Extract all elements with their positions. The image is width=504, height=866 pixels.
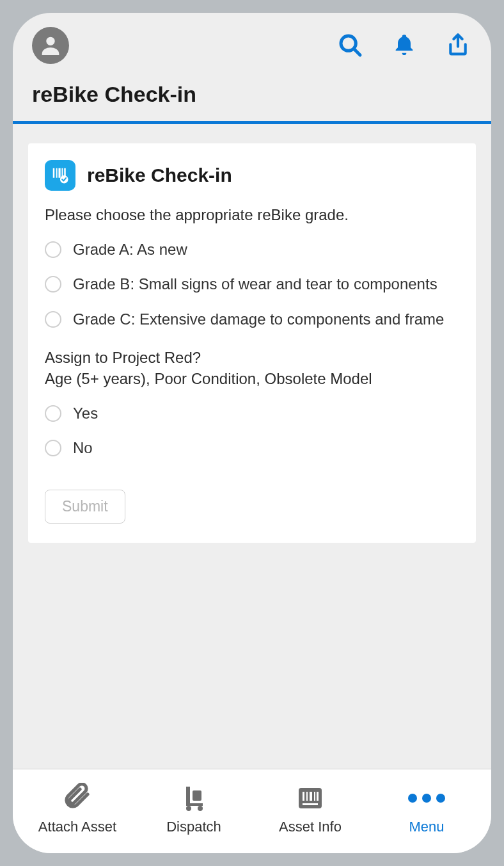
share-icon (445, 33, 471, 58)
option-label: Grade C: Extensive damage to components … (73, 309, 444, 330)
search-button[interactable] (336, 31, 365, 60)
radio-icon (45, 276, 61, 293)
option-label: No (73, 438, 93, 458)
top-bar (13, 13, 491, 70)
nav-label: Menu (409, 819, 444, 835)
assign-option-no[interactable]: No (45, 438, 459, 458)
notifications-button[interactable] (390, 31, 418, 60)
radio-icon (45, 405, 61, 422)
svg-point-0 (46, 37, 54, 45)
nav-label: Dispatch (166, 819, 221, 835)
card-header: reBike Check-in (45, 160, 459, 191)
nav-dispatch[interactable]: Dispatch (136, 783, 252, 835)
assign-prompt-line2: Age (5+ years), Poor Condition, Obsolete… (45, 370, 372, 387)
card-title: reBike Check-in (87, 164, 232, 186)
page-title: reBike Check-in (13, 70, 491, 121)
svg-rect-3 (53, 168, 55, 178)
grade-prompt: Please choose the appropriate reBike gra… (45, 206, 459, 224)
bottom-nav: Attach Asset Dispatch (13, 769, 491, 853)
grade-option-b[interactable]: Grade B: Small signs of wear and tear to… (45, 274, 459, 294)
container-barcode-icon (295, 783, 326, 814)
radio-icon (45, 440, 61, 456)
assign-option-yes[interactable]: Yes (45, 403, 459, 424)
assign-prompt: Assign to Project Red? Age (5+ years), P… (45, 348, 459, 389)
share-button[interactable] (444, 31, 472, 60)
svg-rect-14 (306, 792, 308, 801)
grade-option-c[interactable]: Grade C: Extensive damage to components … (45, 309, 459, 330)
option-label: Grade B: Small signs of wear and tear to… (73, 274, 437, 294)
svg-point-10 (186, 806, 191, 811)
content-area: reBike Check-in Please choose the approp… (13, 124, 491, 769)
top-actions (336, 31, 472, 60)
app-frame: reBike Check-in (13, 13, 491, 853)
svg-rect-16 (314, 792, 315, 801)
svg-rect-17 (317, 792, 319, 801)
bell-icon (391, 33, 417, 58)
grade-option-a[interactable]: Grade A: As new (45, 239, 459, 260)
assign-options: Yes No (45, 403, 459, 459)
svg-line-2 (354, 49, 360, 55)
svg-rect-18 (303, 803, 318, 805)
assign-prompt-line1: Assign to Project Red? (45, 349, 201, 366)
svg-rect-4 (56, 168, 58, 178)
paperclip-icon (62, 783, 93, 814)
option-label: Grade A: As new (73, 239, 187, 260)
person-icon (38, 33, 63, 58)
radio-icon (45, 311, 61, 328)
more-dots-icon (408, 783, 445, 814)
barcode-check-icon (51, 166, 70, 185)
svg-rect-15 (310, 792, 312, 801)
option-label: Yes (73, 403, 98, 424)
search-icon (338, 33, 363, 58)
checkin-badge (45, 160, 75, 191)
nav-label: Attach Asset (38, 819, 116, 835)
svg-point-11 (198, 806, 203, 811)
radio-icon (45, 241, 61, 258)
svg-rect-9 (193, 790, 201, 801)
nav-attach-asset[interactable]: Attach Asset (19, 783, 136, 835)
nav-menu[interactable]: Menu (368, 783, 485, 835)
svg-rect-5 (59, 168, 61, 178)
nav-label: Asset Info (279, 819, 342, 835)
svg-rect-13 (303, 792, 304, 801)
hand-truck-icon (178, 783, 209, 814)
profile-avatar[interactable] (32, 27, 69, 64)
grade-options: Grade A: As new Grade B: Small signs of … (45, 239, 459, 330)
nav-asset-info[interactable]: Asset Info (252, 783, 368, 835)
checkin-card: reBike Check-in Please choose the approp… (28, 143, 476, 543)
submit-button[interactable]: Submit (45, 490, 125, 524)
